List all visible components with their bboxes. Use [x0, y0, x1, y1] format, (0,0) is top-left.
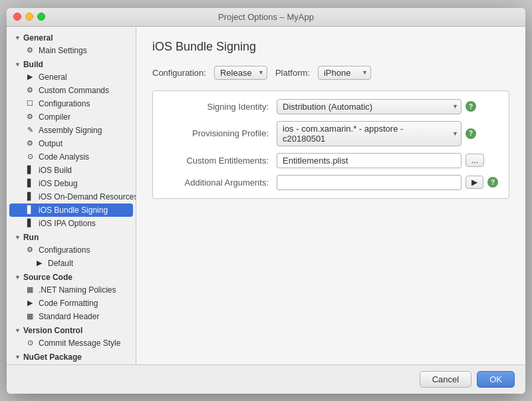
provisioning-profile-dropdown[interactable]: ios - com.xamarin.* - appstore - c201805…	[277, 121, 462, 146]
circle-icon: ⊙	[25, 338, 35, 347]
sidebar-item-ios-bundle-signing[interactable]: ▋ iOS Bundle Signing	[9, 203, 133, 217]
provisioning-profile-help-wrap: ?	[462, 128, 498, 139]
sidebar-item-label: iOS IPA Options	[39, 219, 96, 228]
sidebar-section-build[interactable]: ▼ Build	[7, 57, 136, 70]
platform-label: Platform:	[275, 68, 310, 78]
additional-arguments-actions: ▶ ?	[462, 176, 498, 189]
ios-icon: ▋	[25, 166, 35, 174]
config-platform-row: Configuration: Release ▼ Platform: iPhon…	[152, 66, 509, 80]
traffic-lights	[13, 13, 45, 21]
signing-identity-help-button[interactable]: ?	[466, 101, 476, 112]
sidebar-item-ios-on-demand[interactable]: ▋ iOS On-Demand Resources	[7, 190, 136, 203]
custom-entitlements-browse-button[interactable]: ...	[466, 154, 484, 167]
sidebar-item-assembly-signing[interactable]: ✎ Assembly Signing	[7, 124, 136, 137]
sidebar-item-label: Custom Commands	[39, 86, 109, 95]
sidebar-item-custom-commands[interactable]: ⚙ Custom Commands	[7, 84, 136, 97]
chevron-down-icon: ▼	[15, 327, 21, 334]
sidebar-item-commit-message[interactable]: ⊙ Commit Message Style	[7, 336, 136, 350]
sidebar-item-label: Configurations	[39, 245, 90, 255]
sidebar-item-label: Configurations	[39, 99, 90, 108]
sidebar-item-ios-ipa-options[interactable]: ▋ iOS IPA Options	[7, 217, 136, 230]
sidebar-section-nuget[interactable]: ▼ NuGet Package	[7, 350, 136, 363]
pen-icon: ✎	[25, 126, 35, 134]
signing-identity-help-wrap: ?	[462, 101, 498, 112]
sidebar-section-source-code[interactable]: ▼ Source Code	[7, 270, 136, 283]
sidebar-item-label: iOS Build	[39, 166, 72, 175]
sidebar-item-compiler[interactable]: ⚙ Compiler	[7, 110, 136, 124]
custom-entitlements-label: Custom Entitlements:	[164, 156, 277, 166]
sidebar-item-label: Default	[48, 259, 73, 268]
chevron-down-icon: ▼	[452, 103, 458, 110]
ios-icon: ▋	[25, 205, 35, 214]
chevron-down-icon: ▼	[15, 274, 21, 281]
additional-arguments-run-button[interactable]: ▶	[466, 176, 483, 189]
grid-icon: ▦	[25, 285, 35, 294]
gear-icon: ⚙	[25, 245, 35, 254]
configuration-label: Configuration:	[152, 68, 206, 78]
sidebar-section-nuget-label: NuGet Package	[23, 352, 82, 362]
custom-entitlements-browse-wrap: ...	[462, 154, 498, 167]
arrow-icon: ▶	[35, 259, 44, 267]
window-title: Project Options – MyApp	[218, 12, 314, 22]
provisioning-profile-label: Provisioning Profile:	[164, 128, 277, 138]
minimize-button[interactable]	[25, 13, 33, 21]
ok-button[interactable]: OK	[477, 371, 515, 388]
provisioning-profile-help-button[interactable]: ?	[466, 128, 476, 139]
chevron-down-icon: ▼	[15, 61, 21, 68]
sidebar-item-run-configurations[interactable]: ⚙ Configurations	[7, 243, 136, 257]
platform-value: iPhone	[324, 68, 350, 78]
sidebar-item-label: Output	[39, 139, 63, 148]
additional-arguments-help-button[interactable]: ?	[487, 177, 498, 188]
sidebar-item-label: Compiler	[39, 112, 70, 122]
maximize-button[interactable]	[37, 13, 45, 21]
sidebar-section-version-control[interactable]: ▼ Version Control	[7, 323, 136, 336]
arrow-icon: ▶	[25, 72, 35, 81]
grid-icon: ▦	[25, 312, 35, 321]
provisioning-profile-control: ios - com.xamarin.* - appstore - c201805…	[277, 121, 462, 146]
signing-identity-dropdown[interactable]: Distribution (Automatic) ▼	[277, 99, 462, 114]
sidebar-item-code-analysis[interactable]: ⊙ Code Analysis	[7, 150, 136, 164]
sidebar-item-general[interactable]: ▶ General	[7, 70, 136, 84]
additional-arguments-input[interactable]	[277, 175, 462, 190]
sidebar-section-source-code-label: Source Code	[23, 273, 72, 282]
gear-icon: ⚙	[25, 139, 35, 148]
sidebar-section-general[interactable]: ▼ General	[7, 31, 136, 44]
sidebar-section-run[interactable]: ▼ Run	[7, 230, 136, 243]
close-button[interactable]	[13, 13, 21, 21]
sidebar-item-main-settings[interactable]: ⚙ Main Settings	[7, 44, 136, 57]
platform-dropdown[interactable]: iPhone ▼	[318, 66, 371, 80]
sidebar-item-label: Assembly Signing	[39, 126, 102, 135]
sidebar-item-label: Main Settings	[39, 46, 87, 55]
additional-arguments-label: Additional Arguments:	[164, 178, 277, 188]
cancel-button[interactable]: Cancel	[420, 371, 471, 388]
chevron-down-icon: ▼	[15, 234, 21, 241]
sidebar-item-ios-debug[interactable]: ▋ iOS Debug	[7, 177, 136, 190]
sidebar-item-label: iOS On-Demand Resources	[39, 192, 136, 201]
sidebar-item-ios-build[interactable]: ▋ iOS Build	[7, 164, 136, 177]
sidebar-item-label: .NET Naming Policies	[39, 285, 116, 295]
sidebar-item-code-formatting[interactable]: ▶ Code Formatting	[7, 297, 136, 310]
sidebar: ▼ General ⚙ Main Settings ▼ Build ▶ Gene…	[7, 27, 136, 364]
sidebar-item-configurations[interactable]: ☐ Configurations	[7, 97, 136, 110]
sidebar-item-output[interactable]: ⚙ Output	[7, 137, 136, 150]
chevron-down-icon: ▼	[452, 130, 458, 137]
sidebar-item-run-default[interactable]: ▶ Default	[7, 257, 136, 270]
chevron-down-icon: ▼	[258, 69, 264, 76]
sidebar-item-label: Standard Header	[39, 312, 99, 321]
sidebar-item-standard-header[interactable]: ▦ Standard Header	[7, 310, 136, 323]
main-panel: iOS Bundle Signing Configuration: Releas…	[136, 27, 525, 364]
sidebar-item-label: Code Analysis	[39, 152, 89, 162]
sidebar-section-version-control-label: Version Control	[23, 326, 82, 335]
custom-entitlements-input[interactable]	[277, 153, 462, 168]
checkbox-icon: ☐	[25, 99, 35, 108]
gear-icon: ⚙	[25, 112, 35, 121]
gear-icon: ⚙	[25, 86, 35, 94]
custom-entitlements-control	[277, 153, 462, 168]
configuration-dropdown[interactable]: Release ▼	[214, 66, 267, 80]
sidebar-item-label: General	[39, 72, 67, 82]
panel-title: iOS Bundle Signing	[152, 40, 509, 54]
circle-icon: ⊙	[25, 152, 35, 161]
sidebar-item-net-naming[interactable]: ▦ .NET Naming Policies	[7, 283, 136, 297]
signing-identity-control: Distribution (Automatic) ▼	[277, 99, 462, 114]
signing-identity-label: Signing Identity:	[164, 102, 277, 112]
